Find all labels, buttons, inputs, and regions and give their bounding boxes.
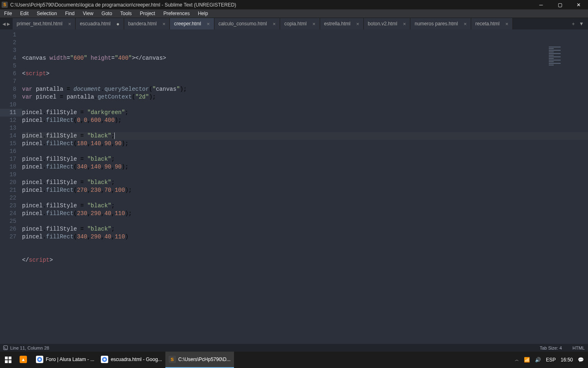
tab-overflow-controls[interactable]: ＋▼ bbox=[567, 18, 588, 29]
taskbar-item[interactable]: escuadra.html - Goog... bbox=[98, 352, 165, 368]
chrome-icon bbox=[101, 356, 108, 363]
taskbar-item-label: escuadra.html - Goog... bbox=[111, 357, 162, 362]
sublime-icon: S bbox=[169, 356, 176, 363]
menu-project[interactable]: Project bbox=[136, 10, 159, 17]
taskbar-item-label: C:\Users\PcHp5790\D... bbox=[178, 357, 231, 362]
menu-preferences[interactable]: Preferences bbox=[159, 10, 194, 17]
app-icon: S bbox=[2, 2, 8, 8]
tab-close-icon[interactable]: × bbox=[505, 21, 508, 27]
taskbar-item-label: Foro | Alura Latam - ... bbox=[46, 357, 94, 362]
taskbar-item[interactable]: S C:\Users\PcHp5790\D... bbox=[165, 352, 234, 368]
tab[interactable]: bandera.html× bbox=[124, 18, 170, 29]
tab-label: numeros pares.html bbox=[414, 21, 458, 27]
chrome-icon bbox=[36, 356, 43, 363]
taskbar-item[interactable]: Foro | Alura Latam - ... bbox=[33, 352, 98, 368]
tab-label: escuadra.html bbox=[80, 21, 110, 27]
taskbar-item[interactable]: ▲ bbox=[16, 352, 33, 368]
menu-file[interactable]: File bbox=[0, 10, 16, 17]
tabbar: ◀ ▶ primer_text.html.html×escuadra.html●… bbox=[0, 18, 588, 29]
tab[interactable]: copia.html× bbox=[280, 18, 320, 29]
tab[interactable]: primer_text.html.html× bbox=[13, 18, 76, 29]
tab[interactable]: estrella.html× bbox=[320, 18, 364, 29]
tab-size[interactable]: Tab Size: 4 bbox=[540, 346, 562, 350]
start-button[interactable] bbox=[0, 352, 16, 368]
menubar: File Edit Selection Find View Goto Tools… bbox=[0, 9, 588, 18]
titlebar: S C:\Users\PcHp5790\Documents\logica de … bbox=[0, 0, 588, 9]
tab-close-icon[interactable]: × bbox=[273, 21, 276, 27]
menu-view[interactable]: View bbox=[79, 10, 98, 17]
tab-close-icon[interactable]: × bbox=[464, 21, 467, 27]
tab[interactable]: escuadra.html● bbox=[76, 18, 124, 29]
tab-label: calculo_consumo.html bbox=[218, 21, 267, 27]
svg-point-5 bbox=[38, 358, 40, 360]
tab[interactable]: numeros pares.html× bbox=[410, 18, 471, 29]
syntax-mode[interactable]: HTML bbox=[572, 346, 585, 350]
clock[interactable]: 16:50 bbox=[561, 357, 573, 363]
tab-close-icon[interactable]: × bbox=[312, 21, 316, 27]
close-button[interactable]: ✕ bbox=[569, 0, 588, 9]
tray-overflow-icon[interactable]: ︿ bbox=[515, 357, 519, 363]
tab-close-icon[interactable]: × bbox=[68, 21, 71, 27]
tab-label: copia.html bbox=[284, 21, 307, 27]
tab[interactable]: receta.html× bbox=[471, 18, 513, 29]
tab-close-icon[interactable]: × bbox=[403, 21, 406, 27]
input-lang[interactable]: ESP bbox=[546, 357, 556, 363]
volume-icon[interactable]: 🔊 bbox=[535, 357, 541, 363]
menu-selection[interactable]: Selection bbox=[33, 10, 61, 17]
tab-close-icon[interactable]: × bbox=[207, 21, 210, 27]
tab-dirty-icon[interactable]: ● bbox=[116, 21, 120, 27]
cursor-position[interactable]: Line 11, Column 28 bbox=[10, 346, 49, 350]
window-title: C:\Users\PcHp5790\Documents\logica de pr… bbox=[10, 2, 236, 8]
tab-label: receta.html bbox=[475, 21, 499, 27]
gutter: 1234567891011121314151617181920212223242… bbox=[0, 29, 22, 344]
maximize-button[interactable]: ▢ bbox=[550, 0, 569, 9]
menu-edit[interactable]: Edit bbox=[16, 10, 33, 17]
code-area[interactable]: <canvas width="600" height="400"></canva… bbox=[22, 29, 588, 344]
tab-label: bandera.html bbox=[128, 21, 157, 27]
svg-rect-2 bbox=[5, 360, 8, 363]
tab[interactable]: calculo_consumo.html× bbox=[214, 18, 280, 29]
panel-switch-icon[interactable] bbox=[3, 346, 8, 350]
tab-label: estrella.html bbox=[324, 21, 351, 27]
tab-close-icon[interactable]: × bbox=[356, 21, 359, 27]
tab-label: boton.v2.html bbox=[368, 21, 397, 27]
tab[interactable]: creeper.html× bbox=[170, 18, 214, 29]
svg-rect-1 bbox=[9, 357, 11, 359]
svg-rect-0 bbox=[5, 357, 8, 359]
tab-label: creeper.html bbox=[174, 21, 201, 27]
menu-help[interactable]: Help bbox=[194, 10, 212, 17]
statusbar: Line 11, Column 28 Tab Size: 4 HTML bbox=[0, 344, 588, 352]
tab[interactable]: boton.v2.html× bbox=[364, 18, 411, 29]
wifi-icon[interactable]: 📶 bbox=[524, 357, 530, 363]
tab-nav-arrows[interactable]: ◀ ▶ bbox=[0, 18, 13, 29]
system-tray[interactable]: ︿ 📶 🔊 ESP 16:50 💬 bbox=[511, 352, 588, 368]
editor[interactable]: 1234567891011121314151617181920212223242… bbox=[0, 29, 588, 344]
menu-tools[interactable]: Tools bbox=[116, 10, 136, 17]
tab-close-icon[interactable]: × bbox=[163, 21, 166, 27]
menu-goto[interactable]: Goto bbox=[98, 10, 116, 17]
tab-label: primer_text.html.html bbox=[17, 21, 62, 27]
notifications-icon[interactable]: 💬 bbox=[578, 357, 584, 363]
vlc-icon: ▲ bbox=[20, 356, 27, 363]
svg-rect-3 bbox=[9, 360, 11, 363]
svg-point-7 bbox=[104, 358, 106, 360]
menu-find[interactable]: Find bbox=[61, 10, 78, 17]
taskbar: ▲ Foro | Alura Latam - ... escuadra.html… bbox=[0, 352, 588, 368]
minimap[interactable] bbox=[547, 31, 588, 80]
minimize-button[interactable]: ─ bbox=[532, 0, 550, 9]
